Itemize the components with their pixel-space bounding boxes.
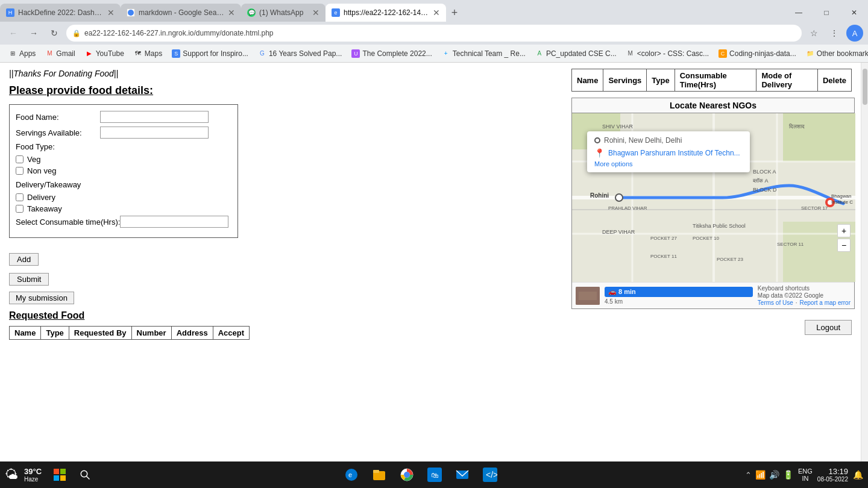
notification-icon[interactable]: 🔔 — [853, 470, 863, 480]
other-bookmarks[interactable]: 📁 Other bookmarks — [802, 48, 868, 59]
browser-chrome: H HackDefine 2022: Dashboard | D... ✕ ma… — [0, 0, 868, 63]
map-area[interactable]: SHIV VIHAR दिलशाद Rohini PRAHLAD VIHAR B… — [572, 113, 855, 282]
bookmark-pc[interactable]: A PC_updated CSE C... — [532, 48, 620, 59]
nonveg-checkbox[interactable] — [16, 167, 24, 175]
network-icon[interactable]: 📶 — [755, 470, 766, 480]
form-title: Please provide food details: — [9, 84, 562, 97]
delivery-checkbox[interactable] — [16, 193, 24, 201]
region-text: IN — [798, 475, 813, 482]
taskbar-search-button[interactable] — [74, 464, 96, 486]
tab-1-close[interactable]: ✕ — [107, 8, 115, 17]
support-icon: S — [172, 49, 180, 58]
bookmark-complete[interactable]: U The Complete 2022... — [348, 48, 435, 59]
bookmark-coding[interactable]: C Coding-ninjas-data... — [715, 48, 800, 59]
food-name-row: Food Name: — [16, 111, 231, 123]
bookmark-youtube[interactable]: ▶ YouTube — [81, 48, 128, 59]
new-tab-button[interactable]: + — [446, 4, 463, 21]
col-servings: Servings — [603, 69, 647, 92]
bookmark-tech[interactable]: + Technical Team _ Re... — [438, 48, 529, 59]
tab-3-close[interactable]: ✕ — [312, 8, 319, 17]
browser-menu-button[interactable]: ⋮ — [826, 25, 843, 42]
up-arrow-icon[interactable]: ⌃ — [745, 471, 752, 480]
bookmark-support[interactable]: S Support for Inspiro... — [168, 48, 252, 59]
svg-rect-31 — [60, 475, 66, 481]
servings-input[interactable] — [100, 127, 209, 139]
takeaway-checkbox[interactable] — [16, 205, 24, 213]
tab-1-favicon: H — [6, 8, 14, 17]
bookmark-apps[interactable]: ⊞ Apps — [5, 48, 39, 59]
maximize-button[interactable]: □ — [813, 4, 840, 22]
veg-label: Veg — [27, 155, 40, 164]
refresh-button[interactable]: ↻ — [46, 25, 63, 42]
travel-distance: 4.5 km — [605, 298, 753, 305]
scrollbar[interactable] — [861, 63, 868, 486]
travel-time: 8 min — [618, 288, 636, 295]
tab-3[interactable]: 💬 (1) WhatsApp ✕ — [241, 4, 326, 22]
food-form: Food Name: Servings Available: Food Type… — [9, 104, 238, 238]
gmail-icon: M — [45, 49, 54, 58]
more-options-link[interactable]: More options — [594, 160, 743, 167]
tab-2-close[interactable]: ✕ — [228, 8, 235, 17]
bookmark-color[interactable]: M <color> - CSS: Casc... — [623, 48, 712, 59]
bookmark-star-button[interactable]: ☆ — [805, 25, 822, 42]
close-button[interactable]: ✕ — [840, 4, 868, 22]
veg-checkbox[interactable] — [16, 155, 24, 163]
svg-rect-27 — [579, 292, 597, 300]
delivery-row: Delivery — [16, 193, 231, 202]
svg-text:POCKET 27: POCKET 27 — [650, 236, 677, 241]
main-content: ||Thanks For Donating Food|| Please prov… — [0, 63, 571, 486]
taskbar-store-icon[interactable]: 🛍 — [423, 463, 447, 487]
start-button[interactable] — [49, 464, 71, 486]
svg-text:Rohini: Rohini — [590, 192, 609, 199]
bookmark-color-label: <color> - CSS: Casc... — [637, 49, 709, 58]
taskbar-chrome-icon[interactable] — [395, 463, 419, 487]
tab-1[interactable]: H HackDefine 2022: Dashboard | D... ✕ — [0, 4, 121, 22]
taskbar-right: ⌃ 📶 🔊 🔋 ENG IN 13:19 08-05-2022 🔔 — [745, 467, 863, 483]
tab-4-label: https://ea22-122-162-146-227.in... — [344, 8, 429, 17]
forward-button[interactable]: → — [25, 25, 42, 42]
tab-4-close[interactable]: ✕ — [433, 8, 440, 17]
food-name-input[interactable] — [100, 111, 209, 123]
svg-text:BLOCK A: BLOCK A — [753, 169, 776, 175]
nonveg-row: Non veg — [16, 166, 231, 175]
submit-button[interactable]: Submit — [9, 273, 49, 286]
svg-text:PRAHLAD VIHAR: PRAHLAD VIHAR — [608, 205, 647, 211]
zoom-in-button[interactable]: + — [837, 224, 851, 237]
report-map-link[interactable]: Report a map error — [800, 299, 851, 306]
language-text: ENG — [798, 468, 813, 475]
taskbar-mail-icon[interactable] — [450, 463, 474, 487]
taskbar-edge-icon[interactable]: e — [339, 463, 363, 487]
url-bar[interactable]: 🔒 ea22-122-162-146-227.in.ngrok.io/dummy… — [66, 25, 802, 42]
battery-icon[interactable]: 🔋 — [783, 470, 793, 480]
taskbar-file-explorer-icon[interactable] — [367, 463, 391, 487]
svg-point-0 — [128, 10, 134, 16]
add-button[interactable]: Add — [9, 253, 39, 266]
tab-1-label: HackDefine 2022: Dashboard | D... — [18, 8, 104, 17]
logout-section: Logout — [571, 315, 852, 335]
taskbar-vscode-icon[interactable]: </> — [478, 463, 502, 487]
weather-info: 39°C Haze — [20, 467, 45, 483]
bookmark-gmail[interactable]: M Gmail — [42, 48, 78, 59]
profile-button[interactable]: A — [846, 25, 863, 42]
svg-text:POCKET 10: POCKET 10 — [693, 236, 719, 241]
tab-4[interactable]: e https://ea22-122-162-146-227.in... ✕ — [326, 4, 446, 22]
zoom-out-button[interactable]: − — [837, 239, 851, 252]
tab-2[interactable]: markdown - Google Search ✕ — [121, 4, 241, 22]
svg-text:Titiksha Public School: Titiksha Public School — [693, 223, 746, 229]
bookmark-maps[interactable]: 🗺 Maps — [130, 48, 166, 59]
volume-icon[interactable]: 🔊 — [769, 470, 779, 480]
consumable-time-input[interactable] — [120, 216, 228, 228]
logout-button[interactable]: Logout — [805, 320, 852, 335]
minimize-button[interactable]: — — [785, 4, 813, 22]
scrollbar-thumb[interactable] — [863, 69, 867, 105]
my-submission-button[interactable]: My submission — [9, 292, 74, 304]
terms-of-use-link[interactable]: Terms of Use — [758, 299, 793, 306]
car-icon: 🚗 — [608, 288, 617, 296]
weather-condition-text: Haze — [24, 476, 38, 483]
bookmark-16years[interactable]: G 16 Years Solved Pap... — [254, 48, 345, 59]
back-button[interactable]: ← — [5, 25, 22, 42]
delivery-section-label: Delivery/Takeaway — [16, 180, 231, 189]
req-col-number: Number — [131, 327, 171, 340]
svg-text:POCKET 11: POCKET 11 — [650, 254, 677, 259]
veg-row: Veg — [16, 155, 231, 164]
